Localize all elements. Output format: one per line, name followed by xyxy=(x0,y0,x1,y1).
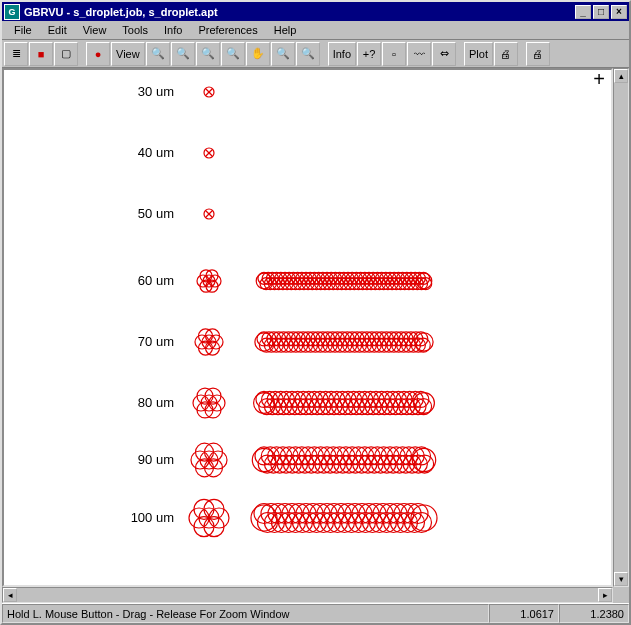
menu-view[interactable]: View xyxy=(75,22,115,38)
svg-point-339 xyxy=(370,513,390,533)
svg-point-14 xyxy=(206,270,218,282)
layers-button[interactable]: ≣ xyxy=(4,42,28,66)
zoom-prev-button[interactable]: 🔍 xyxy=(271,42,295,66)
info-button[interactable]: Info xyxy=(328,42,356,66)
svg-point-312 xyxy=(275,504,295,524)
zoom-window-button[interactable]: 🔍 xyxy=(196,42,220,66)
svg-line-4 xyxy=(206,150,212,156)
svg-point-278 xyxy=(359,455,377,473)
menu-edit[interactable]: Edit xyxy=(40,22,75,38)
svg-point-146 xyxy=(362,338,376,352)
horizontal-scrollbar[interactable]: ◂ ▸ xyxy=(2,587,613,603)
svg-point-201 xyxy=(320,399,336,415)
zoom-fit-button[interactable]: 🔍 xyxy=(221,42,245,66)
svg-point-67 xyxy=(365,278,377,290)
svg-point-84 xyxy=(401,272,413,284)
stop-button[interactable]: ■ xyxy=(29,42,53,66)
zoom-next-button[interactable]: 🔍 xyxy=(296,42,320,66)
svg-point-121 xyxy=(301,332,315,346)
svg-point-35 xyxy=(298,278,310,290)
svg-point-173 xyxy=(193,395,209,411)
svg-point-100 xyxy=(199,341,213,355)
svg-point-89 xyxy=(411,278,423,290)
zoom-out-button[interactable]: 🔍 xyxy=(171,42,195,66)
svg-point-286 xyxy=(384,455,402,473)
svg-point-72 xyxy=(376,272,388,284)
svg-point-91 xyxy=(416,278,428,290)
zoom-in-button[interactable]: 🔍 xyxy=(146,42,170,66)
svg-point-144 xyxy=(357,338,371,352)
svg-point-352 xyxy=(251,505,277,531)
svg-point-163 xyxy=(404,332,418,346)
svg-point-11 xyxy=(197,275,209,287)
menu-tools[interactable]: Tools xyxy=(114,22,156,38)
svg-point-162 xyxy=(402,338,416,352)
svg-point-50 xyxy=(329,272,341,284)
drawing-canvas[interactable]: + 30 um40 um50 um60 um70 um80 um90 um100… xyxy=(2,68,613,587)
plot-button[interactable]: Plot xyxy=(464,42,493,66)
select-icon: ▢ xyxy=(61,47,71,60)
row-label: 80 um xyxy=(114,395,174,410)
print-button[interactable]: 🖨 xyxy=(494,42,518,66)
scroll-right-button[interactable]: ▸ xyxy=(598,588,612,602)
row-label: 50 um xyxy=(114,206,174,221)
svg-point-198 xyxy=(312,391,328,407)
close-button[interactable]: × xyxy=(611,5,627,19)
svg-point-242 xyxy=(196,459,214,477)
svg-point-24 xyxy=(275,272,287,284)
select-button[interactable]: ▢ xyxy=(54,42,78,66)
svg-point-307 xyxy=(258,513,278,533)
svg-point-246 xyxy=(258,455,276,473)
svg-point-10 xyxy=(209,275,221,287)
svg-point-115 xyxy=(286,332,300,346)
svg-point-318 xyxy=(296,504,316,524)
svg-point-130 xyxy=(323,338,337,352)
query-button[interactable]: +? xyxy=(357,42,381,66)
svg-point-254 xyxy=(283,455,301,473)
svg-point-54 xyxy=(338,272,350,284)
scroll-left-button[interactable]: ◂ xyxy=(3,588,17,602)
minimize-button[interactable]: _ xyxy=(575,5,591,19)
pan-button[interactable]: ✋ xyxy=(246,42,270,66)
svg-point-257 xyxy=(293,447,311,465)
ruler-button[interactable]: 〰 xyxy=(407,42,431,66)
svg-point-217 xyxy=(365,399,381,415)
record-button[interactable]: ● xyxy=(86,42,110,66)
maximize-button[interactable]: □ xyxy=(593,5,609,19)
svg-point-212 xyxy=(351,391,367,407)
svg-point-26 xyxy=(279,272,291,284)
svg-point-260 xyxy=(302,455,320,473)
svg-point-203 xyxy=(326,399,342,415)
vertical-scrollbar[interactable]: ▴ ▾ xyxy=(613,68,629,587)
menu-preferences[interactable]: Preferences xyxy=(190,22,265,38)
menu-file[interactable]: File xyxy=(6,22,40,38)
svg-point-180 xyxy=(262,391,278,407)
svg-point-113 xyxy=(282,332,296,346)
svg-point-291 xyxy=(400,447,418,465)
svg-point-61 xyxy=(353,278,365,290)
svg-point-247 xyxy=(261,447,279,465)
svg-point-181 xyxy=(264,399,280,415)
svg-point-293 xyxy=(406,447,424,465)
view-button[interactable]: View xyxy=(111,42,145,66)
svg-point-55 xyxy=(340,278,352,290)
pan-icon: ✋ xyxy=(251,47,265,60)
svg-point-330 xyxy=(338,504,358,524)
svg-point-228 xyxy=(396,391,412,407)
menu-help[interactable]: Help xyxy=(266,22,305,38)
scroll-up-button[interactable]: ▴ xyxy=(614,69,628,83)
scroll-down-button[interactable]: ▾ xyxy=(614,572,628,586)
svg-point-139 xyxy=(345,332,359,346)
svg-point-125 xyxy=(311,332,325,346)
distance-button[interactable]: ⇔ xyxy=(432,42,456,66)
menu-info[interactable]: Info xyxy=(156,22,190,38)
svg-point-268 xyxy=(327,455,345,473)
print2-button[interactable]: 🖨 xyxy=(526,42,550,66)
svg-point-30 xyxy=(287,272,299,284)
app-icon: G xyxy=(4,4,20,20)
svg-point-157 xyxy=(389,332,403,346)
svg-point-174 xyxy=(205,402,221,418)
measure-button[interactable]: ▫ xyxy=(382,42,406,66)
svg-point-284 xyxy=(378,455,396,473)
svg-point-202 xyxy=(323,391,339,407)
